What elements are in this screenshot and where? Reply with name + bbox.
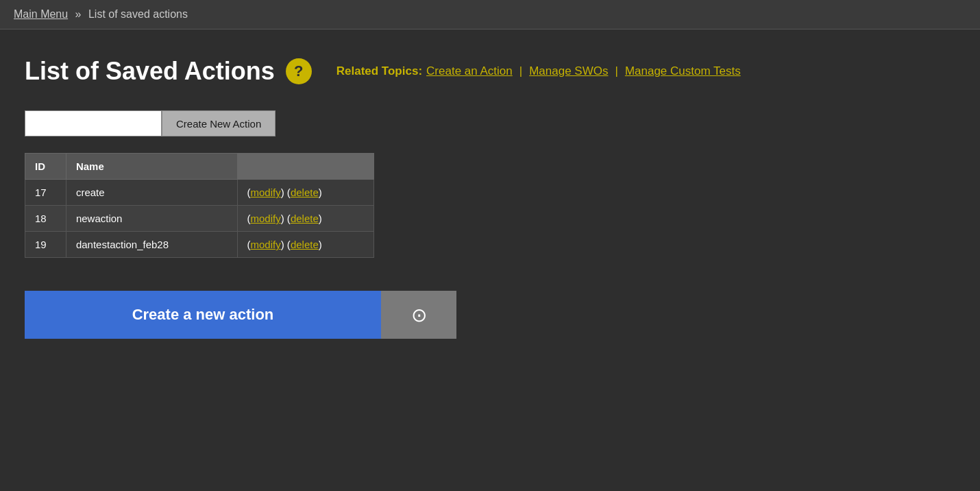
main-content: List of Saved Actions ? Related Topics: … bbox=[0, 29, 980, 366]
table-cell-id: 18 bbox=[25, 206, 66, 232]
create-new-action-bottom-button[interactable]: Create a new action bbox=[25, 291, 381, 339]
separator-1: | bbox=[519, 64, 522, 78]
delete-link-17[interactable]: delete bbox=[291, 187, 319, 198]
table-row: 19dantestaction_feb28(modify) (delete) bbox=[25, 232, 374, 258]
action-row: Create New Action bbox=[25, 110, 955, 136]
table-cell-actions: (modify) (delete) bbox=[237, 232, 373, 258]
related-topics: Related Topics: Create an Action | Manag… bbox=[336, 64, 741, 78]
related-topics-label: Related Topics: bbox=[336, 64, 422, 78]
header-row: List of Saved Actions ? Related Topics: … bbox=[25, 57, 955, 86]
help-icon[interactable]: ? bbox=[286, 58, 312, 84]
table-row: 17create(modify) (delete) bbox=[25, 180, 374, 206]
delete-link-18[interactable]: delete bbox=[291, 213, 319, 224]
page-title: List of Saved Actions bbox=[25, 57, 275, 86]
table-cell-name: create bbox=[66, 180, 237, 206]
modify-link-19[interactable]: modify bbox=[251, 239, 281, 250]
breadcrumb: Main Menu » List of saved actions bbox=[14, 8, 966, 21]
manage-custom-tests-link[interactable]: Manage Custom Tests bbox=[625, 64, 741, 78]
actions-table: ID Name 17create(modify) (delete)18newac… bbox=[25, 153, 374, 258]
create-new-action-button[interactable]: Create New Action bbox=[162, 110, 275, 136]
separator-2: | bbox=[615, 64, 617, 78]
manage-swos-link[interactable]: Manage SWOs bbox=[529, 64, 608, 78]
topbar: Main Menu » List of saved actions bbox=[0, 0, 980, 29]
create-an-action-link[interactable]: Create an Action bbox=[426, 64, 513, 78]
main-menu-link[interactable]: Main Menu bbox=[14, 8, 68, 20]
table-cell-actions: (modify) (delete) bbox=[237, 180, 373, 206]
delete-link-19[interactable]: delete bbox=[291, 239, 319, 250]
clock-icon: ⊙ bbox=[411, 304, 427, 326]
table-row: 18newaction(modify) (delete) bbox=[25, 206, 374, 232]
clock-button[interactable]: ⊙ bbox=[381, 291, 456, 339]
table-cell-actions: (modify) (delete) bbox=[237, 206, 373, 232]
table-cell-name: dantestaction_feb28 bbox=[66, 232, 237, 258]
bottom-row: Create a new action ⊙ bbox=[25, 291, 456, 339]
table-cell-name: newaction bbox=[66, 206, 237, 232]
breadcrumb-current: List of saved actions bbox=[88, 8, 188, 20]
table-cell-id: 19 bbox=[25, 232, 66, 258]
search-input[interactable] bbox=[25, 110, 162, 136]
breadcrumb-separator: » bbox=[75, 8, 82, 20]
modify-link-17[interactable]: modify bbox=[251, 187, 281, 198]
table-cell-id: 17 bbox=[25, 180, 66, 206]
table-header-name: Name bbox=[66, 154, 237, 180]
modify-link-18[interactable]: modify bbox=[251, 213, 281, 224]
table-header-id: ID bbox=[25, 154, 66, 180]
table-header-actions bbox=[237, 154, 373, 180]
